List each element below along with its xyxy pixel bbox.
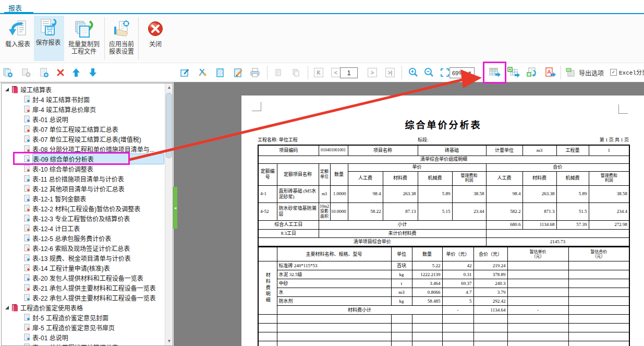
zoom-in-icon — [408, 67, 418, 78]
first-page-button[interactable]: K — [311, 65, 326, 80]
tree-item[interactable]: 表-14 工程计量申请(核准)表 — [2, 263, 164, 273]
delete-report-button[interactable] — [53, 65, 68, 80]
excel-paging-option[interactable]: ✓ Excel分页 — [610, 68, 644, 76]
tab-reports[interactable]: 报表 — [8, 3, 22, 13]
last-page-button[interactable]: >| — [383, 65, 397, 80]
tree-item[interactable]: 表-01 总说明 — [2, 332, 164, 342]
expander-icon[interactable] — [4, 87, 10, 92]
tree-item-selected[interactable]: 表-09 综合单价分析表 — [2, 154, 164, 164]
tree-item[interactable]: 表-01 总说明 — [2, 114, 164, 124]
tree-item[interactable]: 表-07 单位工程竣工结算汇总表(增值税) — [2, 134, 164, 144]
page-setup-button[interactable] — [213, 65, 227, 80]
report-page-icon — [23, 175, 31, 183]
report-page-icon — [23, 205, 31, 212]
tree-item[interactable]: 扉-5 工程造价鉴定意见书扉页 — [2, 323, 164, 332]
move-up-button[interactable] — [69, 65, 83, 80]
edit-report-icon — [233, 67, 243, 78]
tree-item[interactable]: 表-22 承包人提供主要材料和工程设备一览表 — [2, 293, 164, 303]
design-report-button[interactable] — [177, 65, 192, 80]
tree-item[interactable]: 表-12-4 计日工表 — [2, 223, 164, 233]
copy-page-button-disabled[interactable] — [271, 65, 285, 80]
export-pdf-button[interactable] — [543, 65, 557, 80]
new-page-button[interactable] — [37, 65, 51, 80]
report-page-icon — [23, 314, 31, 321]
tab-bar: 报表 — [0, 0, 644, 14]
report-page-icon — [23, 195, 31, 202]
tree-item[interactable]: 封-4 竣工结算书封面 — [2, 94, 164, 104]
toolbar-separator — [267, 66, 268, 79]
zoom-in-button[interactable] — [406, 65, 420, 80]
page-number-input[interactable] — [340, 67, 358, 78]
checkbox-checked-icon[interactable]: ✓ — [610, 69, 617, 76]
zoom-out-button[interactable] — [421, 65, 436, 80]
tree-item[interactable]: 表-12-1 暂列金额表 — [2, 194, 164, 204]
report-page-icon — [23, 234, 31, 242]
report-tree-panel: 竣工结算表 封-4 竣工结算书封面 扉-4 竣工结算总价扉页 表-01 总说明 … — [1, 83, 173, 346]
ribbon-separator — [138, 17, 139, 59]
move-down-button[interactable] — [86, 65, 100, 80]
tree-item[interactable]: 表-13 规费、税金项目清单与计价表 — [2, 253, 164, 263]
tree-item[interactable]: 表-11 总价措施项目清单与计价表 — [2, 174, 164, 184]
tree-item-folder[interactable]: 工程造价鉴定使用表格 — [2, 303, 164, 313]
design-icon — [179, 67, 190, 78]
tree-item[interactable]: 表-07 单位工程竣工结算汇总表 — [2, 342, 164, 346]
ribbon-separator — [104, 17, 105, 59]
next-page-button[interactable]: > — [365, 65, 380, 80]
report-style-button[interactable] — [195, 65, 210, 80]
copy-button-disabled[interactable] — [288, 65, 303, 80]
tree-scrollbar[interactable]: ▲ ▼ — [165, 83, 173, 345]
report-page-icon — [23, 244, 31, 252]
close-icon — [146, 18, 165, 41]
table-row: 8.3工日 未计价材料费 — [258, 229, 629, 237]
tree-item-label: 表-09 综合单价分析表 — [33, 154, 94, 163]
export-excel-button[interactable] — [483, 62, 506, 83]
report-tree: 竣工结算表 封-4 竣工结算书封面 扉-4 竣工结算总价扉页 表-01 总说明 … — [2, 85, 164, 346]
scroll-down-icon[interactable]: ▼ — [165, 337, 173, 345]
tree-item[interactable]: 表-10 综合单价调整表 — [2, 164, 164, 174]
save-report-button[interactable]: 保存报表 — [34, 16, 64, 61]
tree-item[interactable]: 表-21 承包人提供主要材料和工程设备一览表 — [2, 283, 164, 293]
page-number-info: 第 1 页 共 1 页 — [600, 136, 629, 143]
print-button[interactable] — [248, 65, 262, 80]
tree-item[interactable]: 表-12-5 总承包服务费计价表 — [2, 233, 164, 243]
export-pdf-icon — [544, 67, 556, 78]
export-image-button[interactable] — [525, 65, 539, 80]
batch-copy-button[interactable]: 批量复制到 工程文件 — [65, 16, 103, 61]
preview-canvas[interactable]: 综合单价分析表 工程名称: 单位工程 标段: 第 1 页 共 1 页 项目编码 … — [174, 82, 644, 346]
table-row: 防水剂 kg 58.485 5 292.42 — [258, 297, 629, 306]
tree-item[interactable]: 表-12 其他项目清单与计价汇总表 — [2, 184, 164, 194]
report-page-icon — [23, 254, 31, 262]
tree-item[interactable]: 表-20 发包人提供材料和工程设备一览表 — [2, 273, 164, 283]
tree-item[interactable]: 表-12-3 专业工程暂估价及结算价表 — [2, 213, 164, 223]
zoom-level-select[interactable]: 69% ▼ — [449, 67, 475, 78]
close-button[interactable]: 关闭 — [140, 16, 171, 61]
tree-item-folder[interactable]: 竣工结算表 — [2, 85, 164, 94]
tree-item[interactable]: 表-12-2 材料(工程设备)暂估价及调整表 — [2, 204, 164, 213]
tree-item-label: 表-12-2 材料(工程设备)暂估价及调整表 — [32, 204, 140, 213]
load-report-button[interactable]: 载入报表 — [3, 16, 33, 61]
report-page-icon — [23, 214, 31, 222]
add-group-button-disabled[interactable] — [19, 65, 33, 80]
table-row: 材料费明细 标准砖 240*115*53 百块 5.22 42 219.24 — [258, 261, 629, 270]
table-row: 综合人工工日 小计 680.6 1134.68 57.39 272.98 — [258, 220, 629, 229]
scroll-up-icon[interactable]: ▲ — [165, 83, 173, 92]
splitter-collapse-handle[interactable]: ◄ — [173, 187, 177, 229]
add-report-button[interactable] — [1, 65, 15, 80]
tree-item-label: 工程造价鉴定使用表格 — [20, 303, 83, 312]
secondary-toolbar: K < > >| 69% ▼ 导出选项 ✓ Excel分页 — [0, 63, 644, 82]
expander-icon[interactable] — [4, 305, 10, 310]
apply-settings-button[interactable]: 应用当前 报表设置 — [106, 16, 137, 61]
table-row: 主要材料名称、规格、型号 单位 数量 单价（元） 合价（元） 暂估单价（元） 暂… — [258, 247, 629, 261]
tree-item-label: 封-4 竣工结算书封面 — [32, 95, 90, 104]
tree-item[interactable]: 表-08 分部分项工程和单价措施项目清单与... — [2, 144, 164, 154]
report-page-icon — [23, 274, 31, 282]
tree-item[interactable]: 表-12-6 索赔及现场签证计价汇总表 — [2, 243, 164, 253]
tree-item[interactable]: 扉-4 竣工结算总价扉页 — [2, 104, 164, 114]
chevron-down-icon: ▼ — [468, 70, 472, 75]
export-options-button[interactable]: 导出选项 — [566, 66, 604, 79]
edit-report-button[interactable] — [230, 65, 245, 80]
tree-item[interactable]: 表-07 单位工程竣工结算汇总表 — [2, 124, 164, 134]
export-excel-alt-button[interactable] — [506, 65, 521, 80]
scrollbar-thumb[interactable] — [166, 93, 172, 158]
tree-item[interactable]: 封-5 工程造价鉴定意见封面 — [2, 313, 164, 323]
